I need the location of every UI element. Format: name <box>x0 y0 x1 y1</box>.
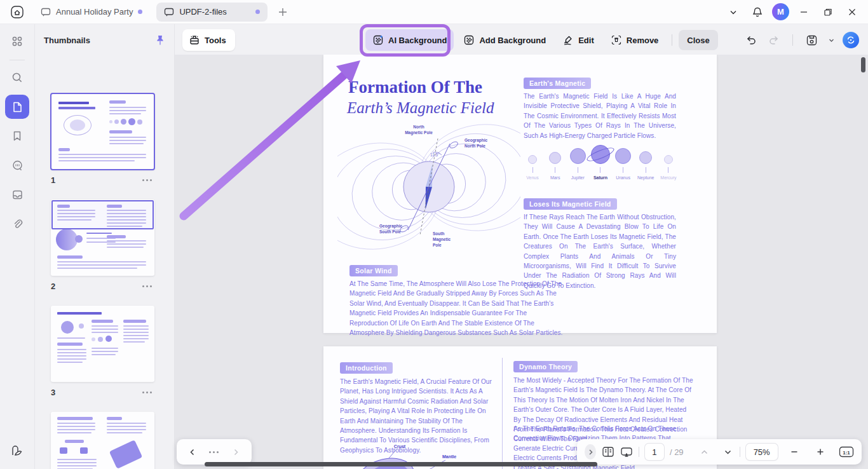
magnetic-field-diagram: North Magnetic Pole Geographic North Pol… <box>337 119 520 254</box>
add-background-button[interactable]: Add Background <box>456 29 553 51</box>
planets-row: Venus Mars Jupiter Saturn Uranus <box>522 142 679 180</box>
prev-page-chevron-up[interactable] <box>698 444 711 460</box>
mini-decor <box>123 320 146 323</box>
thumbnail-menu-icon[interactable] <box>140 177 154 184</box>
mini-decor <box>86 233 112 234</box>
save-button[interactable] <box>803 32 820 48</box>
mini-decor <box>109 137 146 138</box>
mini-decor <box>107 240 146 241</box>
horizontal-scrollbar[interactable] <box>205 462 597 466</box>
vertical-scrollbar[interactable] <box>861 57 865 72</box>
home-button[interactable] <box>8 3 27 22</box>
prev-chevron-icon[interactable] <box>184 444 200 460</box>
mini-decor <box>56 229 78 250</box>
mini-decor <box>123 338 149 339</box>
mini-decor <box>109 130 132 133</box>
tools-button[interactable]: Tools <box>182 29 235 51</box>
tab-updf-2-files[interactable]: UPDF-2-files <box>156 3 268 22</box>
mini-decor <box>123 329 149 330</box>
thumbnail-page-4[interactable] <box>51 412 154 469</box>
thumbnail-page-2[interactable] <box>51 200 154 276</box>
thumbnails-list[interactable]: 1 <box>35 55 175 469</box>
planet-label: Neptune <box>637 175 654 180</box>
mini-decor <box>57 417 93 420</box>
close-window-button[interactable] <box>843 3 862 22</box>
thumbnail-page-3[interactable] <box>51 306 154 382</box>
visible-area-indicator[interactable] <box>51 200 154 229</box>
ai-assistant-button[interactable] <box>843 32 859 48</box>
zoom-level[interactable]: 75% <box>746 444 778 460</box>
page-number-input[interactable]: 1 <box>645 444 664 460</box>
save-dropdown-chevron[interactable] <box>826 32 836 48</box>
actual-size-button[interactable]: 1:1 <box>839 444 854 460</box>
mini-decor <box>58 157 146 158</box>
presentation-icon[interactable] <box>620 444 633 460</box>
mini-decor <box>61 321 74 334</box>
thumbnails-panel-icon[interactable] <box>5 95 29 119</box>
search-icon[interactable] <box>5 65 29 90</box>
badge-dynamo-theory: Dynamo Theory <box>513 361 578 372</box>
page-layout-icon[interactable] <box>602 444 614 460</box>
updf-logo <box>9 444 25 460</box>
planet-venus: Venus <box>522 142 543 180</box>
zoom-out-button[interactable] <box>789 444 801 460</box>
bookmarks-icon[interactable] <box>5 124 29 148</box>
add-background-label: Add Background <box>479 36 546 45</box>
jupiter-circle <box>570 148 586 164</box>
document-viewport[interactable]: Formation Of The Earth’s Magnetic Field <box>175 55 868 469</box>
new-tab-button[interactable] <box>274 3 292 21</box>
notifications-button[interactable] <box>748 3 767 22</box>
mini-decor <box>92 351 118 352</box>
edit-pen-icon <box>562 34 574 46</box>
planet-uranus: Uranus <box>613 142 634 180</box>
zoom-in-button[interactable] <box>814 444 827 460</box>
comments-icon[interactable] <box>5 153 29 177</box>
planet-label: Jupiter <box>571 175 585 180</box>
tab-annual-holiday-party[interactable]: Annual Holiday Party <box>33 3 150 22</box>
edit-background-button[interactable]: Edit <box>555 29 601 51</box>
apps-grid-icon[interactable] <box>5 29 29 53</box>
mini-decor <box>107 423 146 424</box>
next-chevron-icon[interactable] <box>228 444 245 460</box>
mini-decor <box>57 459 97 460</box>
mini-decor <box>114 119 119 124</box>
label-crust: Crust <box>394 444 406 449</box>
mini-decor <box>107 417 122 420</box>
redo-button[interactable] <box>766 32 782 48</box>
pdf-page-1[interactable]: Formation Of The Earth’s Magnetic Field <box>323 55 717 333</box>
thumbnails-title: Thumbnails <box>44 36 90 45</box>
attachments-icon[interactable] <box>5 212 29 236</box>
neptune-circle <box>639 151 652 164</box>
remove-background-button[interactable]: Remove <box>604 29 666 51</box>
mini-decor <box>65 440 84 443</box>
mini-decor <box>57 352 86 353</box>
mini-decor <box>57 337 85 339</box>
next-page-chevron-down[interactable] <box>721 444 734 460</box>
thumbnail-page-1[interactable] <box>51 93 154 170</box>
restore-button[interactable] <box>818 3 837 22</box>
undo-button[interactable] <box>743 32 759 48</box>
expand-bar-button[interactable] <box>585 444 596 459</box>
venus-circle <box>528 155 537 164</box>
remove-trash-icon <box>611 34 622 46</box>
ai-background-button[interactable]: AI Background <box>365 29 454 51</box>
thumbnail-menu-icon[interactable] <box>140 283 154 290</box>
mini-decor <box>123 325 149 327</box>
mini-decor <box>123 341 145 343</box>
mini-decor <box>57 423 95 424</box>
avatar[interactable]: M <box>772 3 789 20</box>
titlebar-dropdown-button[interactable] <box>724 3 743 22</box>
minimize-button[interactable] <box>794 3 813 22</box>
thumbnail-menu-icon[interactable] <box>140 389 154 396</box>
column-divider <box>502 358 503 469</box>
mini-decor <box>57 268 137 269</box>
close-mode-button[interactable]: Close <box>679 30 717 50</box>
file-summary-icon[interactable] <box>5 182 29 207</box>
document-tab-icon <box>41 8 51 17</box>
bar-separator <box>740 447 740 457</box>
doc-title-line2: Earth’s Magnetic Field <box>347 99 494 117</box>
pin-icon[interactable] <box>155 34 165 46</box>
more-pages-icon[interactable] <box>207 449 221 456</box>
zoom-value: 75% <box>754 447 770 457</box>
mini-decor <box>58 102 89 104</box>
